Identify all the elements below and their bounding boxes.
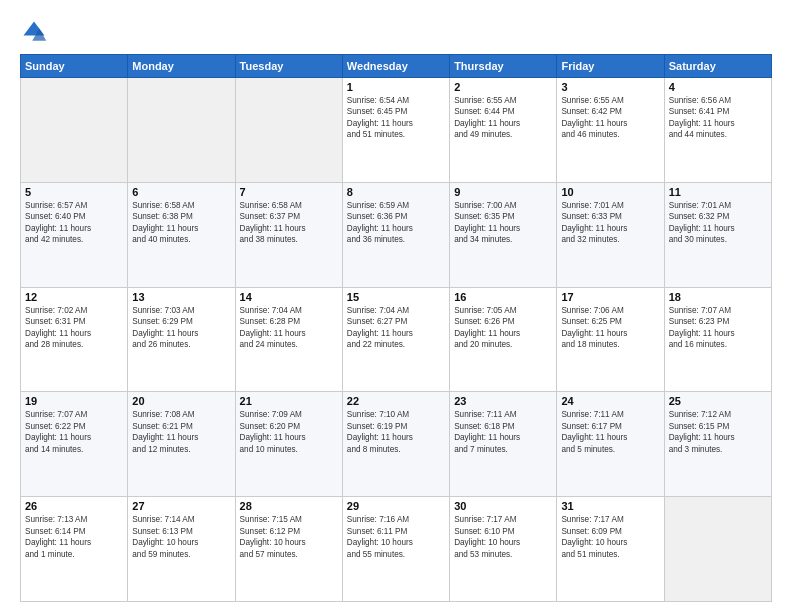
day-number: 4 — [669, 81, 767, 93]
day-header-saturday: Saturday — [664, 55, 771, 78]
day-info: Sunrise: 6:58 AM Sunset: 6:37 PM Dayligh… — [240, 200, 338, 246]
day-info: Sunrise: 6:58 AM Sunset: 6:38 PM Dayligh… — [132, 200, 230, 246]
day-cell: 1Sunrise: 6:54 AM Sunset: 6:45 PM Daylig… — [342, 78, 449, 183]
day-cell: 25Sunrise: 7:12 AM Sunset: 6:15 PM Dayli… — [664, 392, 771, 497]
day-number: 21 — [240, 395, 338, 407]
day-info: Sunrise: 7:08 AM Sunset: 6:21 PM Dayligh… — [132, 409, 230, 455]
day-number: 24 — [561, 395, 659, 407]
day-info: Sunrise: 7:05 AM Sunset: 6:26 PM Dayligh… — [454, 305, 552, 351]
day-cell: 8Sunrise: 6:59 AM Sunset: 6:36 PM Daylig… — [342, 182, 449, 287]
day-cell: 5Sunrise: 6:57 AM Sunset: 6:40 PM Daylig… — [21, 182, 128, 287]
day-number: 11 — [669, 186, 767, 198]
day-info: Sunrise: 6:59 AM Sunset: 6:36 PM Dayligh… — [347, 200, 445, 246]
day-number: 3 — [561, 81, 659, 93]
day-header-monday: Monday — [128, 55, 235, 78]
day-info: Sunrise: 7:04 AM Sunset: 6:27 PM Dayligh… — [347, 305, 445, 351]
day-info: Sunrise: 6:54 AM Sunset: 6:45 PM Dayligh… — [347, 95, 445, 141]
day-info: Sunrise: 7:11 AM Sunset: 6:17 PM Dayligh… — [561, 409, 659, 455]
day-number: 27 — [132, 500, 230, 512]
day-info: Sunrise: 6:57 AM Sunset: 6:40 PM Dayligh… — [25, 200, 123, 246]
day-info: Sunrise: 7:02 AM Sunset: 6:31 PM Dayligh… — [25, 305, 123, 351]
day-info: Sunrise: 7:14 AM Sunset: 6:13 PM Dayligh… — [132, 514, 230, 560]
day-cell: 7Sunrise: 6:58 AM Sunset: 6:37 PM Daylig… — [235, 182, 342, 287]
day-number: 16 — [454, 291, 552, 303]
header — [20, 18, 772, 46]
day-info: Sunrise: 7:11 AM Sunset: 6:18 PM Dayligh… — [454, 409, 552, 455]
day-info: Sunrise: 7:10 AM Sunset: 6:19 PM Dayligh… — [347, 409, 445, 455]
day-cell: 29Sunrise: 7:16 AM Sunset: 6:11 PM Dayli… — [342, 497, 449, 602]
day-info: Sunrise: 7:15 AM Sunset: 6:12 PM Dayligh… — [240, 514, 338, 560]
day-cell: 27Sunrise: 7:14 AM Sunset: 6:13 PM Dayli… — [128, 497, 235, 602]
day-cell: 23Sunrise: 7:11 AM Sunset: 6:18 PM Dayli… — [450, 392, 557, 497]
day-cell: 24Sunrise: 7:11 AM Sunset: 6:17 PM Dayli… — [557, 392, 664, 497]
day-number: 7 — [240, 186, 338, 198]
day-number: 14 — [240, 291, 338, 303]
day-info: Sunrise: 7:12 AM Sunset: 6:15 PM Dayligh… — [669, 409, 767, 455]
day-number: 8 — [347, 186, 445, 198]
day-number: 31 — [561, 500, 659, 512]
day-number: 28 — [240, 500, 338, 512]
week-row-3: 12Sunrise: 7:02 AM Sunset: 6:31 PM Dayli… — [21, 287, 772, 392]
day-info: Sunrise: 7:03 AM Sunset: 6:29 PM Dayligh… — [132, 305, 230, 351]
day-cell: 16Sunrise: 7:05 AM Sunset: 6:26 PM Dayli… — [450, 287, 557, 392]
day-cell: 12Sunrise: 7:02 AM Sunset: 6:31 PM Dayli… — [21, 287, 128, 392]
week-row-1: 1Sunrise: 6:54 AM Sunset: 6:45 PM Daylig… — [21, 78, 772, 183]
day-info: Sunrise: 7:07 AM Sunset: 6:23 PM Dayligh… — [669, 305, 767, 351]
day-number: 17 — [561, 291, 659, 303]
day-cell: 17Sunrise: 7:06 AM Sunset: 6:25 PM Dayli… — [557, 287, 664, 392]
day-info: Sunrise: 6:55 AM Sunset: 6:44 PM Dayligh… — [454, 95, 552, 141]
day-cell: 28Sunrise: 7:15 AM Sunset: 6:12 PM Dayli… — [235, 497, 342, 602]
day-number: 12 — [25, 291, 123, 303]
day-info: Sunrise: 7:17 AM Sunset: 6:10 PM Dayligh… — [454, 514, 552, 560]
day-number: 2 — [454, 81, 552, 93]
day-cell: 26Sunrise: 7:13 AM Sunset: 6:14 PM Dayli… — [21, 497, 128, 602]
day-cell: 6Sunrise: 6:58 AM Sunset: 6:38 PM Daylig… — [128, 182, 235, 287]
day-number: 25 — [669, 395, 767, 407]
calendar: SundayMondayTuesdayWednesdayThursdayFrid… — [20, 54, 772, 602]
page: SundayMondayTuesdayWednesdayThursdayFrid… — [0, 0, 792, 612]
day-header-friday: Friday — [557, 55, 664, 78]
day-info: Sunrise: 7:16 AM Sunset: 6:11 PM Dayligh… — [347, 514, 445, 560]
day-cell: 19Sunrise: 7:07 AM Sunset: 6:22 PM Dayli… — [21, 392, 128, 497]
day-info: Sunrise: 7:00 AM Sunset: 6:35 PM Dayligh… — [454, 200, 552, 246]
day-cell: 11Sunrise: 7:01 AM Sunset: 6:32 PM Dayli… — [664, 182, 771, 287]
day-number: 10 — [561, 186, 659, 198]
week-row-4: 19Sunrise: 7:07 AM Sunset: 6:22 PM Dayli… — [21, 392, 772, 497]
day-number: 22 — [347, 395, 445, 407]
day-number: 6 — [132, 186, 230, 198]
day-cell: 13Sunrise: 7:03 AM Sunset: 6:29 PM Dayli… — [128, 287, 235, 392]
day-cell — [21, 78, 128, 183]
day-cell: 31Sunrise: 7:17 AM Sunset: 6:09 PM Dayli… — [557, 497, 664, 602]
day-number: 23 — [454, 395, 552, 407]
day-cell: 3Sunrise: 6:55 AM Sunset: 6:42 PM Daylig… — [557, 78, 664, 183]
day-cell: 9Sunrise: 7:00 AM Sunset: 6:35 PM Daylig… — [450, 182, 557, 287]
day-number: 13 — [132, 291, 230, 303]
logo-icon — [20, 18, 48, 46]
day-cell: 30Sunrise: 7:17 AM Sunset: 6:10 PM Dayli… — [450, 497, 557, 602]
day-info: Sunrise: 7:07 AM Sunset: 6:22 PM Dayligh… — [25, 409, 123, 455]
day-cell: 14Sunrise: 7:04 AM Sunset: 6:28 PM Dayli… — [235, 287, 342, 392]
day-cell: 21Sunrise: 7:09 AM Sunset: 6:20 PM Dayli… — [235, 392, 342, 497]
day-info: Sunrise: 7:13 AM Sunset: 6:14 PM Dayligh… — [25, 514, 123, 560]
day-number: 20 — [132, 395, 230, 407]
week-row-2: 5Sunrise: 6:57 AM Sunset: 6:40 PM Daylig… — [21, 182, 772, 287]
week-row-5: 26Sunrise: 7:13 AM Sunset: 6:14 PM Dayli… — [21, 497, 772, 602]
day-number: 19 — [25, 395, 123, 407]
day-info: Sunrise: 7:17 AM Sunset: 6:09 PM Dayligh… — [561, 514, 659, 560]
day-number: 15 — [347, 291, 445, 303]
day-number: 5 — [25, 186, 123, 198]
day-info: Sunrise: 7:01 AM Sunset: 6:33 PM Dayligh… — [561, 200, 659, 246]
day-number: 1 — [347, 81, 445, 93]
day-info: Sunrise: 7:01 AM Sunset: 6:32 PM Dayligh… — [669, 200, 767, 246]
day-number: 30 — [454, 500, 552, 512]
days-header-row: SundayMondayTuesdayWednesdayThursdayFrid… — [21, 55, 772, 78]
day-info: Sunrise: 6:55 AM Sunset: 6:42 PM Dayligh… — [561, 95, 659, 141]
day-info: Sunrise: 7:04 AM Sunset: 6:28 PM Dayligh… — [240, 305, 338, 351]
day-cell — [664, 497, 771, 602]
day-header-wednesday: Wednesday — [342, 55, 449, 78]
day-header-tuesday: Tuesday — [235, 55, 342, 78]
day-cell: 20Sunrise: 7:08 AM Sunset: 6:21 PM Dayli… — [128, 392, 235, 497]
day-number: 26 — [25, 500, 123, 512]
day-cell: 22Sunrise: 7:10 AM Sunset: 6:19 PM Dayli… — [342, 392, 449, 497]
logo — [20, 18, 52, 46]
